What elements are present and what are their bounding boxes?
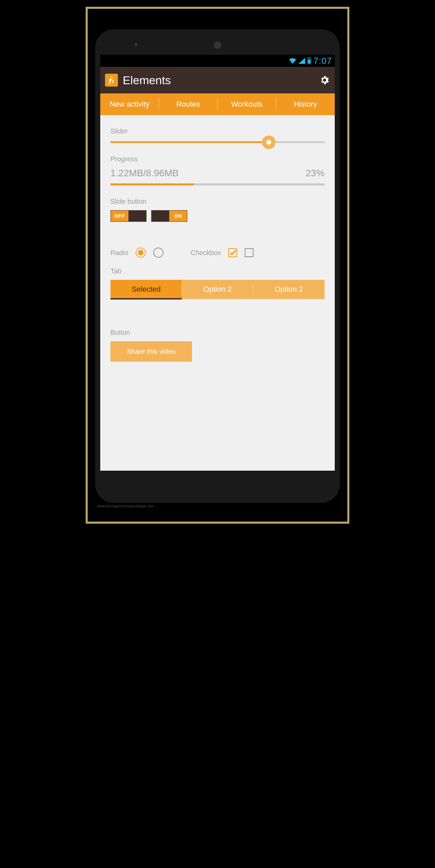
app-bar: Elements <box>100 67 335 93</box>
nav-label: New activity <box>110 100 150 109</box>
checkbox-label: Checkbox <box>191 249 221 257</box>
progress-text: 1.22MB/8.96MB <box>110 168 179 179</box>
status-bar: 7:07 <box>100 55 335 67</box>
app-title: Elements <box>123 74 314 87</box>
slider-thumb[interactable] <box>262 135 276 149</box>
toggle-off[interactable]: OFF <box>110 210 146 222</box>
battery-icon <box>307 57 311 64</box>
checkbox-2[interactable] <box>245 248 254 257</box>
radio-checkbox-row: Radio Checkbox <box>110 248 325 258</box>
nav-label: Routes <box>176 100 200 109</box>
slider[interactable] <box>110 141 325 143</box>
tab-row: Selected Option 2 Option 2 <box>110 280 325 300</box>
slider-fill <box>110 141 269 143</box>
toggle-on[interactable]: ON <box>151 210 187 222</box>
button-section: Button Share this video <box>110 329 325 362</box>
nav-label: History <box>294 100 317 109</box>
share-button[interactable]: Share this video <box>110 341 192 362</box>
slide-button-section: Slide button OFF ON <box>110 198 325 222</box>
toggle-off-knob: OFF <box>111 211 128 221</box>
wifi-icon <box>289 58 296 64</box>
tab-section: Tab Selected Option 2 Option 2 <box>110 267 325 300</box>
slide-button-label: Slide button <box>110 198 325 205</box>
svg-rect-1 <box>308 59 311 64</box>
nav-history[interactable]: History <box>276 93 335 115</box>
nav-label: Workouts <box>231 100 263 109</box>
nav-workouts[interactable]: Workouts <box>218 93 276 115</box>
tab-selected[interactable]: Selected <box>110 280 182 299</box>
watermark: www.heritagechristiancollege.com <box>95 503 340 508</box>
status-time: 7:07 <box>313 56 332 66</box>
button-label: Button <box>110 329 325 337</box>
slider-section: Slider <box>110 127 325 143</box>
progress-fill <box>110 183 194 185</box>
tab-text: Option 2 <box>275 285 303 294</box>
nav-routes[interactable]: Routes <box>159 93 218 115</box>
radio-2[interactable] <box>153 248 163 258</box>
tab-option-2a[interactable]: Option 2 <box>182 280 253 299</box>
tab-option-2b[interactable]: Option 2 <box>253 280 325 299</box>
nav-new-activity[interactable]: New activity <box>100 93 159 115</box>
svg-rect-2 <box>309 57 310 58</box>
top-nav: New activity Routes Workouts History <box>100 93 335 115</box>
progress-section: Progress 1.22MB/8.96MB 23% <box>110 155 325 185</box>
checkbox-1[interactable] <box>228 248 237 257</box>
screen: 7:07 Elements New activity Routes Workou… <box>100 55 335 471</box>
settings-button[interactable] <box>319 75 330 86</box>
app-icon <box>105 74 118 87</box>
tab-label: Tab <box>110 267 325 275</box>
radio-label: Radio <box>110 249 128 257</box>
progress-percent: 23% <box>306 168 325 179</box>
slider-label: Slider <box>110 127 325 135</box>
share-button-text: Share this video <box>127 348 175 356</box>
signal-icon <box>298 58 305 64</box>
progress-bar <box>110 183 325 185</box>
toggle-on-knob: ON <box>169 211 187 221</box>
progress-label: Progress <box>110 155 325 163</box>
tab-text: Option 2 <box>203 285 231 294</box>
tab-text: Selected <box>132 285 161 294</box>
radio-1[interactable] <box>136 248 146 258</box>
